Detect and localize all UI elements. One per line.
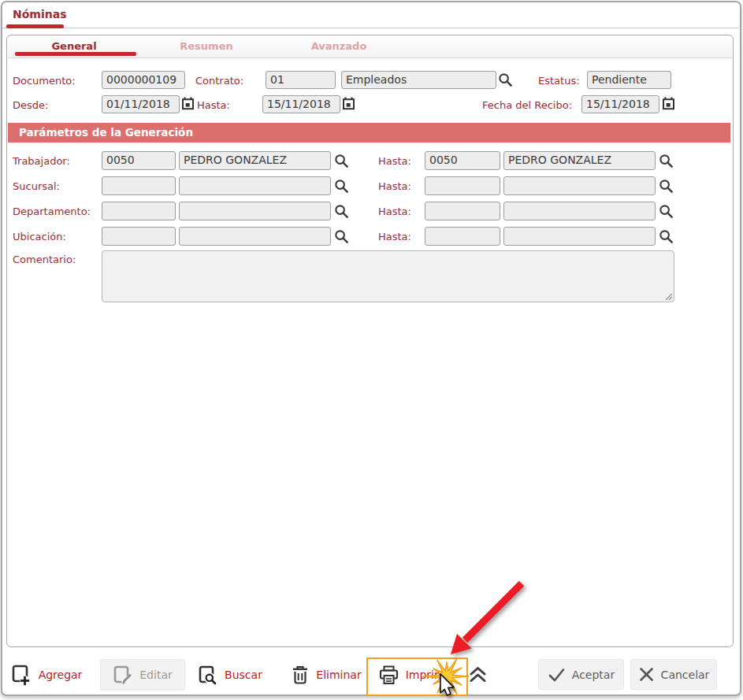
nominas-window: Nóminas General Resumen Avanzado Documen…: [0, 0, 743, 700]
collapse-chevrons-icon[interactable]: [467, 664, 489, 685]
estatus-label: Estatus:: [538, 75, 580, 87]
sucursal-code-field[interactable]: [102, 176, 176, 195]
tab-avanzado[interactable]: Avanzado: [273, 40, 405, 52]
comentario-textarea[interactable]: [102, 250, 674, 302]
ubicacion-code-field[interactable]: [102, 227, 176, 246]
imprimir-highlight-box: [366, 657, 468, 696]
editar-label: Editar: [139, 669, 172, 681]
sucursal-hasta-label: Hasta:: [378, 180, 411, 192]
section-header-parametros: Parámetros de la Generación: [8, 123, 730, 143]
ubicacion-hasta-label: Hasta:: [378, 231, 411, 243]
fecha-recibo-field[interactable]: 15/11/2018: [581, 95, 659, 113]
departamento-name-field[interactable]: [179, 202, 331, 220]
trabajador-code-field[interactable]: 0050: [102, 151, 176, 170]
sucursal-hasta-code-field[interactable]: [425, 176, 500, 195]
sucursal-hasta-search-icon[interactable]: [659, 179, 674, 194]
trabajador-hasta-name-field[interactable]: PEDRO GONZALEZ: [503, 151, 656, 170]
departamento-hasta-search-icon[interactable]: [659, 204, 674, 220]
contrato-name-field[interactable]: Empleados: [341, 71, 496, 89]
close-x-icon: [638, 666, 655, 683]
departamento-label: Departamento:: [13, 206, 91, 217]
ubicacion-name-field[interactable]: [179, 227, 331, 246]
tab-resumen[interactable]: Resumen: [140, 40, 273, 52]
editar-button[interactable]: Editar: [100, 659, 185, 691]
buscar-button[interactable]: Buscar: [194, 660, 266, 690]
agregar-label: Agregar: [39, 669, 83, 681]
agregar-button[interactable]: Agregar: [8, 660, 85, 690]
contrato-search-icon[interactable]: [498, 72, 514, 88]
trabajador-hasta-code-field[interactable]: 0050: [425, 151, 500, 170]
search-document-icon: [198, 665, 218, 686]
title-divider: [2, 28, 739, 28]
sucursal-hasta-name-field[interactable]: [503, 176, 656, 195]
sucursal-label: Sucursal:: [13, 180, 60, 192]
window-tab-underline: [6, 24, 64, 28]
ubicacion-hasta-code-field[interactable]: [425, 227, 500, 246]
ubicacion-hasta-name-field[interactable]: [503, 227, 656, 246]
sucursal-name-field[interactable]: [179, 176, 331, 195]
fecha-recibo-calendar-icon[interactable]: [662, 97, 678, 113]
departamento-hasta-name-field[interactable]: [503, 202, 656, 220]
hasta-label: Hasta:: [197, 99, 230, 111]
trabajador-name-field[interactable]: PEDRO GONZALEZ: [179, 151, 331, 170]
documento-label: Documento:: [13, 75, 76, 87]
trash-icon: [291, 665, 310, 685]
departamento-code-field[interactable]: [102, 202, 176, 220]
comentario-label: Comentario:: [13, 254, 76, 265]
hasta-field[interactable]: 15/11/2018: [262, 95, 340, 113]
departamento-search-icon[interactable]: [334, 204, 350, 220]
edit-document-icon: [113, 665, 133, 686]
desde-field[interactable]: 01/11/2018: [102, 95, 180, 113]
add-document-icon: [11, 664, 32, 686]
active-tab-underline: [15, 52, 136, 56]
desde-calendar-icon[interactable]: [181, 97, 197, 113]
trabajador-search-icon[interactable]: [334, 154, 350, 169]
departamento-hasta-label: Hasta:: [378, 206, 411, 217]
eliminar-label: Eliminar: [316, 669, 361, 681]
fecha-recibo-label: Fecha del Recibo:: [482, 99, 572, 111]
departamento-hasta-code-field[interactable]: [425, 202, 500, 220]
window-title[interactable]: Nóminas: [13, 8, 66, 20]
buscar-label: Buscar: [225, 669, 262, 681]
estatus-field[interactable]: Pendiente: [587, 71, 671, 89]
trabajador-hasta-label: Hasta:: [378, 155, 411, 167]
trabajador-hasta-search-icon[interactable]: [659, 154, 674, 169]
cancelar-label: Cancelar: [661, 669, 710, 681]
ubicacion-hasta-search-icon[interactable]: [659, 229, 674, 245]
resize-grip-icon[interactable]: [664, 292, 673, 301]
tab-general[interactable]: General: [8, 40, 140, 52]
documento-field[interactable]: 0000000109: [102, 71, 185, 89]
desde-label: Desde:: [13, 99, 48, 111]
trabajador-label: Trabajador:: [13, 155, 70, 167]
ubicacion-label: Ubicación:: [13, 231, 66, 243]
hasta-calendar-icon[interactable]: [342, 97, 358, 113]
eliminar-button[interactable]: Eliminar: [287, 660, 366, 690]
checkmark-icon: [548, 666, 566, 683]
contrato-label: Contrato:: [195, 75, 243, 87]
aceptar-label: Aceptar: [572, 669, 615, 681]
sucursal-search-icon[interactable]: [334, 179, 350, 194]
ubicacion-search-icon[interactable]: [334, 229, 350, 245]
cancelar-button[interactable]: Cancelar: [630, 659, 717, 690]
aceptar-button[interactable]: Aceptar: [538, 659, 624, 690]
contrato-code-field[interactable]: 01: [266, 71, 336, 89]
